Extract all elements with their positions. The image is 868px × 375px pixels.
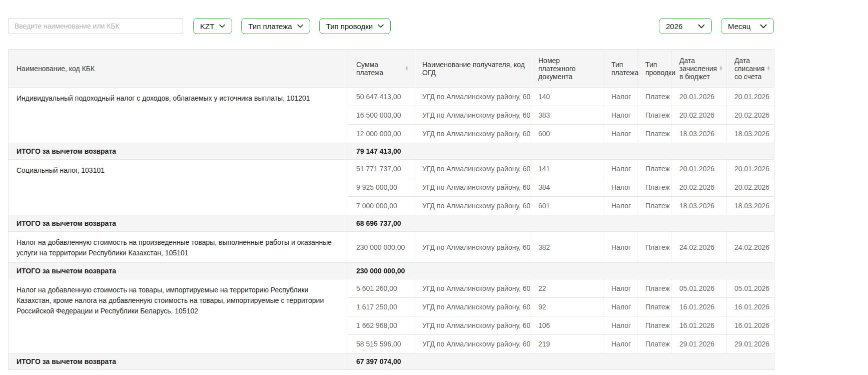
- payment-type-cell: Налог: [603, 88, 637, 106]
- column-header-label: Дата зачисления в бюджет: [679, 57, 717, 81]
- column-header-amount[interactable]: Сумма платежа ▲▼: [348, 50, 414, 88]
- column-header-doc-number: Номер платежного документа: [530, 50, 603, 88]
- payment-type-dropdown-label: Тип платежа: [248, 22, 292, 31]
- sort-icon[interactable]: ▲▼: [766, 66, 770, 71]
- table-row: Социальный налог, 10310151 771 737,00УГД…: [9, 160, 774, 178]
- payment-type-cell: Налог: [603, 316, 637, 335]
- column-header-label: Номер платежного документа: [538, 57, 598, 81]
- receiver-cell: УГД по Алмалинскому району, 600701: [414, 160, 530, 178]
- tax-name-cell: Налог на добавленную стоимость на товары…: [9, 279, 348, 353]
- entry-type-cell: Платеж: [637, 178, 671, 197]
- total-label-cell: ИТОГО за вычетом возврата: [9, 263, 348, 279]
- entry-type-cell: Платеж: [637, 316, 671, 335]
- month-dropdown[interactable]: Месяц: [721, 18, 774, 34]
- date-account-cell: 20.01.2026: [726, 160, 774, 178]
- doc-number-cell: 92: [530, 298, 603, 316]
- entry-type-cell: Платеж: [637, 106, 671, 125]
- total-label-cell: ИТОГО за вычетом возврата: [9, 215, 348, 232]
- date-account-cell: 20.02.2026: [726, 106, 774, 125]
- payment-type-cell: Налог: [603, 232, 637, 263]
- total-row: ИТОГО за вычетом возврата79 147 413,00: [9, 143, 774, 160]
- table-row: Налог на добавленную стоимость на произв…: [9, 232, 774, 263]
- column-header-date-account[interactable]: Дата списания со счета ▲▼: [726, 50, 774, 88]
- receiver-cell: УГД по Алмалинскому району, 600701: [414, 316, 530, 335]
- payment-type-cell: Налог: [603, 298, 637, 316]
- search-input[interactable]: [8, 18, 183, 34]
- date-budget-cell: 29.01.2026: [671, 335, 726, 353]
- payment-type-cell: Налог: [603, 178, 637, 197]
- date-budget-cell: 16.01.2026: [671, 298, 726, 316]
- entry-type-cell: Платеж: [637, 197, 671, 215]
- date-budget-cell: 16.01.2026: [671, 316, 726, 335]
- sort-icon[interactable]: ▲▼: [405, 66, 409, 71]
- total-row: ИТОГО за вычетом возврата230 000 000,00: [9, 263, 774, 279]
- receiver-cell: УГД по Алмалинскому району, 600701: [414, 279, 530, 298]
- table-header: Наименование, код КБК Сумма платежа ▲▼ Н…: [9, 50, 774, 88]
- entry-type-cell: Платеж: [637, 298, 671, 316]
- column-header-date-budget[interactable]: Дата зачисления в бюджет ▲▼: [671, 50, 726, 88]
- date-budget-cell: 20.02.2026: [671, 178, 726, 197]
- column-header-payment-type: Тип платежа: [603, 50, 637, 88]
- receiver-cell: УГД по Алмалинскому району, 600701: [414, 335, 530, 353]
- entry-type-cell: Платеж: [637, 125, 671, 143]
- filter-toolbar: KZT Тип платежа Тип проводки 2026: [8, 18, 774, 34]
- receiver-cell: УГД по Алмалинскому району, 600701: [414, 88, 530, 106]
- currency-dropdown-label: KZT: [200, 22, 214, 31]
- currency-dropdown[interactable]: KZT: [193, 18, 232, 34]
- total-label-cell: ИТОГО за вычетом возврата: [9, 353, 348, 370]
- column-header-label: Наименование, код КБК: [17, 65, 95, 73]
- date-account-cell: 29.01.2026: [726, 335, 774, 353]
- payment-type-cell: Налог: [603, 160, 637, 178]
- sort-icon[interactable]: ▲▼: [719, 66, 723, 71]
- table-row: Индивидуальный подоходный налог с доходо…: [9, 88, 774, 106]
- date-account-cell: 20.01.2026: [726, 88, 774, 106]
- payment-type-dropdown[interactable]: Тип платежа: [241, 18, 310, 34]
- amount-cell: 1 617 250,00: [348, 298, 414, 316]
- payments-page: KZT Тип платежа Тип проводки 2026: [0, 18, 782, 370]
- column-header-label: Наименование получателя, код ОГД: [422, 61, 525, 77]
- month-dropdown-label: Месяц: [728, 22, 750, 31]
- doc-number-cell: 141: [530, 160, 603, 178]
- total-row: ИТОГО за вычетом возврата68 696 737,00: [9, 215, 774, 232]
- total-row: ИТОГО за вычетом возврата67 397 074,00: [9, 353, 774, 370]
- total-amount-cell: 68 696 737,00: [348, 215, 774, 232]
- total-amount-cell: 67 397 074,00: [348, 353, 774, 370]
- amount-cell: 58 515 596,00: [348, 335, 414, 353]
- doc-number-cell: 600: [530, 125, 603, 143]
- payments-table: Наименование, код КБК Сумма платежа ▲▼ Н…: [8, 49, 774, 370]
- total-amount-cell: 230 000 000,00: [348, 263, 774, 279]
- date-budget-cell: 20.02.2026: [671, 106, 726, 125]
- receiver-cell: УГД по Алмалинскому району, 600701: [414, 178, 530, 197]
- amount-cell: 12 000 000,00: [348, 125, 414, 143]
- date-budget-cell: 24.02.2026: [671, 232, 726, 263]
- entry-type-cell: Платеж: [637, 279, 671, 298]
- date-account-cell: 18.03.2026: [726, 125, 774, 143]
- entry-type-dropdown[interactable]: Тип проводки: [319, 18, 391, 34]
- date-budget-cell: 18.03.2026: [671, 197, 726, 215]
- column-header-name: Наименование, код КБК: [9, 50, 348, 88]
- amount-cell: 51 771 737,00: [348, 160, 414, 178]
- entry-type-dropdown-label: Тип проводки: [326, 22, 373, 31]
- doc-number-cell: 140: [530, 88, 603, 106]
- payment-type-cell: Налог: [603, 106, 637, 125]
- chevron-down-icon: [698, 24, 705, 29]
- date-account-cell: 20.02.2026: [726, 178, 774, 197]
- receiver-cell: УГД по Алмалинскому району, 600701: [414, 298, 530, 316]
- column-header-label: Тип проводки: [645, 61, 675, 77]
- doc-number-cell: 106: [530, 316, 603, 335]
- payment-type-cell: Налог: [603, 335, 637, 353]
- column-header-label: Сумма платежа: [356, 61, 403, 77]
- date-budget-cell: 20.01.2026: [671, 160, 726, 178]
- chevron-down-icon: [760, 24, 767, 29]
- year-dropdown-label: 2026: [666, 22, 682, 31]
- total-amount-cell: 79 147 413,00: [348, 143, 774, 160]
- chevron-down-icon: [219, 24, 225, 28]
- payment-type-cell: Налог: [603, 197, 637, 215]
- year-dropdown[interactable]: 2026: [659, 18, 712, 34]
- payment-type-cell: Налог: [603, 125, 637, 143]
- tax-name-cell: Налог на добавленную стоимость на произв…: [9, 232, 348, 263]
- doc-number-cell: 601: [530, 197, 603, 215]
- column-header-entry-type: Тип проводки: [637, 50, 671, 88]
- amount-cell: 50 647 413,00: [348, 88, 414, 106]
- total-label-cell: ИТОГО за вычетом возврата: [9, 143, 348, 160]
